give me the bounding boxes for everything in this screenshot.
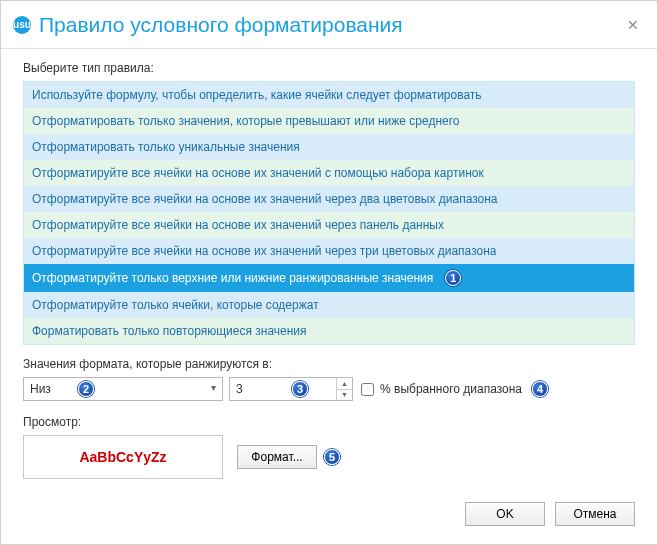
rule-item[interactable]: Отформатировать только уникальные значен… — [24, 134, 634, 160]
rule-item-label: Форматировать только повторяющиеся значе… — [32, 324, 307, 338]
rule-item[interactable]: Отформатируйте только ячейки, которые со… — [24, 292, 634, 318]
percent-checkbox[interactable] — [361, 383, 374, 396]
callout-badge-2: 2 — [78, 381, 94, 397]
close-icon[interactable]: ✕ — [623, 13, 643, 37]
rule-item[interactable]: Отформатируйте все ячейки на основе их з… — [24, 212, 634, 238]
rule-item-label: Отформатируйте все ячейки на основе их з… — [32, 218, 444, 232]
callout-badge-5: 5 — [324, 449, 340, 465]
cancel-button-label: Отмена — [573, 507, 616, 521]
rule-type-list: Используйте формулу, чтобы определить, к… — [23, 81, 635, 345]
callout-badge-4: 4 — [532, 381, 548, 397]
rule-item-label: Отформатировать только уникальные значен… — [32, 140, 300, 154]
direction-value: Низ — [30, 382, 51, 396]
rank-spinner[interactable]: 3 3 ▲ ▼ — [229, 377, 353, 401]
preview-block: AaBbCcYyZz Формат... 5 — [23, 435, 635, 479]
format-values-section: Значения формата, которые ранжируются в:… — [23, 357, 635, 401]
rule-item[interactable]: Отформатируйте все ячейки на основе их з… — [24, 160, 634, 186]
rule-item[interactable]: Отформатируйте все ячейки на основе их з… — [24, 238, 634, 264]
rule-item[interactable]: Отформатируйте все ячейки на основе их з… — [24, 186, 634, 212]
percent-checkbox-row[interactable]: % выбранного диапазона 4 — [361, 381, 548, 397]
format-values-label: Значения формата, которые ранжируются в: — [23, 357, 635, 371]
rule-item[interactable]: Отформатировать только значения, которые… — [24, 108, 634, 134]
dialog-body: Выберите тип правила: Используйте формул… — [1, 49, 657, 493]
format-controls-row: Низ 2 3 3 ▲ ▼ % выбранного диапазона 4 — [23, 377, 635, 401]
rule-item-label: Используйте формулу, чтобы определить, к… — [32, 88, 482, 102]
ok-button[interactable]: OK — [465, 502, 545, 526]
callout-badge-1: 1 — [445, 270, 461, 286]
preview-sample-text: AaBbCcYyZz — [79, 449, 166, 465]
cancel-button[interactable]: Отмена — [555, 502, 635, 526]
rank-value: 3 — [236, 382, 243, 396]
rule-item[interactable]: Форматировать только повторяющиеся значе… — [24, 318, 634, 344]
titlebar: usu Правило условного форматирования ✕ — [1, 1, 657, 49]
rule-item-label: Отформатируйте все ячейки на основе их з… — [32, 244, 496, 258]
dialog-window: usu Правило условного форматирования ✕ В… — [0, 0, 658, 545]
spinner-down-icon[interactable]: ▼ — [337, 390, 352, 401]
callout-badge-3: 3 — [292, 381, 308, 397]
spinner-up-icon[interactable]: ▲ — [337, 378, 352, 390]
rule-item[interactable]: Отформатируйте только верхние или нижние… — [24, 264, 634, 292]
format-button-label: Формат... — [251, 450, 302, 464]
direction-combo[interactable]: Низ 2 — [23, 377, 223, 401]
dialog-title: Правило условного форматирования — [39, 13, 623, 37]
rule-item-label: Отформатируйте только верхние или нижние… — [32, 271, 433, 285]
rule-item-label: Отформатировать только значения, которые… — [32, 114, 460, 128]
rule-item-label: Отформатируйте все ячейки на основе их з… — [32, 166, 484, 180]
percent-label: % выбранного диапазона — [380, 382, 522, 396]
rule-type-label: Выберите тип правила: — [23, 61, 635, 75]
rule-item-label: Отформатируйте все ячейки на основе их з… — [32, 192, 498, 206]
dialog-footer: OK Отмена — [465, 502, 635, 526]
rule-item[interactable]: Используйте формулу, чтобы определить, к… — [24, 82, 634, 108]
preview-sample-box: AaBbCcYyZz — [23, 435, 223, 479]
format-button[interactable]: Формат... 5 — [237, 445, 317, 469]
preview-label: Просмотр: — [23, 415, 635, 429]
ok-button-label: OK — [496, 507, 513, 521]
preview-section: Просмотр: AaBbCcYyZz Формат... 5 — [23, 415, 635, 479]
app-icon: usu — [13, 16, 31, 34]
spinner-buttons: ▲ ▼ — [336, 378, 352, 400]
rule-item-label: Отформатируйте только ячейки, которые со… — [32, 298, 319, 312]
